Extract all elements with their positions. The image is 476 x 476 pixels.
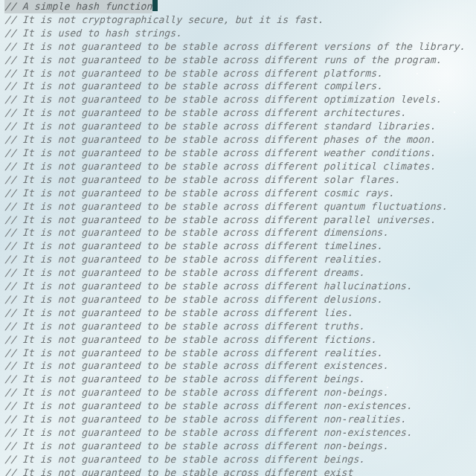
code-line[interactable]: // It is not guaranteed to be stable acr… [4, 359, 472, 373]
code-comment-text: // It is not guaranteed to be stable acr… [4, 321, 364, 332]
code-line[interactable]: // It is not guaranteed to be stable acr… [4, 347, 472, 360]
code-comment-text: // It is not guaranteed to be stable acr… [4, 347, 382, 358]
code-line[interactable]: // It is not guaranteed to be stable acr… [4, 200, 472, 213]
code-line[interactable]: // It is not guaranteed to be stable acr… [4, 453, 472, 466]
code-comment-text: // It is not guaranteed to be stable acr… [4, 307, 353, 318]
code-comment-text: // It is not guaranteed to be stable acr… [4, 174, 400, 185]
code-line[interactable]: // It is not guaranteed to be stable acr… [4, 253, 472, 266]
code-line[interactable]: // It is not guaranteed to be stable acr… [4, 373, 472, 386]
code-comment-text: // It is not guaranteed to be stable acr… [4, 360, 388, 371]
code-comment-text: // It is not guaranteed to be stable acr… [4, 54, 442, 65]
code-line[interactable]: // It is not guaranteed to be stable acr… [4, 93, 472, 106]
code-comment-text: // It is not guaranteed to be stable acr… [4, 187, 394, 199]
code-comment-text: // It is not guaranteed to be stable acr… [4, 240, 382, 251]
code-line[interactable]: // It is not guaranteed to be stable acr… [4, 239, 472, 253]
code-line[interactable]: // It is not guaranteed to be stable acr… [4, 466, 472, 476]
code-comment-text: // It is not guaranteed to be stable acr… [4, 414, 406, 425]
code-comment-text: // It is not guaranteed to be stable acr… [4, 387, 388, 398]
code-line[interactable]: // It is not guaranteed to be stable acr… [4, 213, 472, 227]
code-line[interactable]: // It is not guaranteed to be stable acr… [4, 160, 472, 173]
code-line[interactable]: // It is not guaranteed to be stable acr… [4, 280, 472, 293]
code-comment-text: // It is not guaranteed to be stable acr… [4, 254, 382, 265]
code-line[interactable]: // It is not guaranteed to be stable acr… [4, 399, 472, 413]
code-comment-text: // It is not guaranteed to be stable acr… [4, 400, 412, 411]
code-line-list: // It is not cryptographically secure, b… [4, 13, 472, 476]
code-comment-text: // It is not guaranteed to be stable acr… [4, 373, 364, 385]
code-line[interactable]: // It is not guaranteed to be stable acr… [4, 67, 472, 80]
highlighted-comment: // A simple hash function [4, 0, 152, 13]
code-line[interactable]: // It is not guaranteed to be stable acr… [4, 386, 472, 399]
code-line[interactable]: // It is not guaranteed to be stable acr… [4, 413, 472, 426]
code-line[interactable]: // A simple hash function [4, 0, 472, 13]
code-line[interactable]: // It is not guaranteed to be stable acr… [4, 266, 472, 280]
code-comment-text: // It is not guaranteed to be stable acr… [4, 41, 465, 52]
code-comment-text: // It is not guaranteed to be stable acr… [4, 454, 364, 465]
code-line[interactable]: // It is not guaranteed to be stable acr… [4, 293, 472, 306]
code-line[interactable]: // It is not guaranteed to be stable acr… [4, 333, 472, 347]
code-comment-text: // It is not guaranteed to be stable acr… [4, 68, 382, 79]
code-comment-text: // It is not guaranteed to be stable acr… [4, 227, 388, 238]
code-line[interactable]: // It is not guaranteed to be stable acr… [4, 54, 472, 67]
code-line[interactable]: // It is not guaranteed to be stable acr… [4, 133, 472, 147]
text-cursor [152, 0, 158, 11]
code-comment-text: // It is used to hash strings. [4, 28, 181, 39]
code-comment-text: // It is not cryptographically secure, b… [4, 14, 324, 25]
code-line[interactable]: // It is not guaranteed to be stable acr… [4, 106, 472, 120]
code-line[interactable]: // It is not guaranteed to be stable acr… [4, 320, 472, 333]
code-comment-text: // It is not guaranteed to be stable acr… [4, 440, 388, 451]
code-comment-text: // It is not guaranteed to be stable acr… [4, 467, 353, 476]
code-line[interactable]: // It is not guaranteed to be stable acr… [4, 306, 472, 320]
code-comment-text: // It is not guaranteed to be stable acr… [4, 294, 382, 305]
code-line[interactable]: // It is used to hash strings. [4, 27, 472, 40]
code-comment-text: // It is not guaranteed to be stable acr… [4, 280, 412, 292]
code-comment-text: // It is not guaranteed to be stable acr… [4, 214, 436, 225]
code-comment-text: // It is not guaranteed to be stable acr… [4, 267, 364, 278]
code-line[interactable]: // It is not guaranteed to be stable acr… [4, 173, 472, 187]
code-comment-text: // It is not guaranteed to be stable acr… [4, 134, 436, 145]
code-line[interactable]: // It is not guaranteed to be stable acr… [4, 120, 472, 133]
code-line[interactable]: // It is not guaranteed to be stable acr… [4, 440, 472, 453]
code-line[interactable]: // It is not guaranteed to be stable acr… [4, 426, 472, 440]
code-comment-text: // It is not guaranteed to be stable acr… [4, 120, 436, 132]
code-line[interactable]: // It is not guaranteed to be stable acr… [4, 40, 472, 54]
code-line[interactable]: // It is not cryptographically secure, b… [4, 13, 472, 27]
code-comment-text: // It is not guaranteed to be stable acr… [4, 427, 412, 438]
code-line[interactable]: // It is not guaranteed to be stable acr… [4, 80, 472, 93]
code-comment-text: // It is not guaranteed to be stable acr… [4, 201, 447, 212]
code-comment-text: // It is not guaranteed to be stable acr… [4, 161, 436, 172]
code-comment-text: // It is not guaranteed to be stable acr… [4, 147, 436, 158]
code-editor-viewport[interactable]: // A simple hash function // It is not c… [0, 0, 476, 476]
code-comment-text: // It is not guaranteed to be stable acr… [4, 107, 406, 118]
code-line[interactable]: // It is not guaranteed to be stable acr… [4, 187, 472, 200]
code-line[interactable]: // It is not guaranteed to be stable acr… [4, 226, 472, 239]
code-comment-text: // It is not guaranteed to be stable acr… [4, 80, 382, 91]
code-comment-text: // It is not guaranteed to be stable acr… [4, 334, 376, 345]
code-comment-text: // It is not guaranteed to be stable acr… [4, 94, 442, 105]
code-line[interactable]: // It is not guaranteed to be stable acr… [4, 147, 472, 160]
